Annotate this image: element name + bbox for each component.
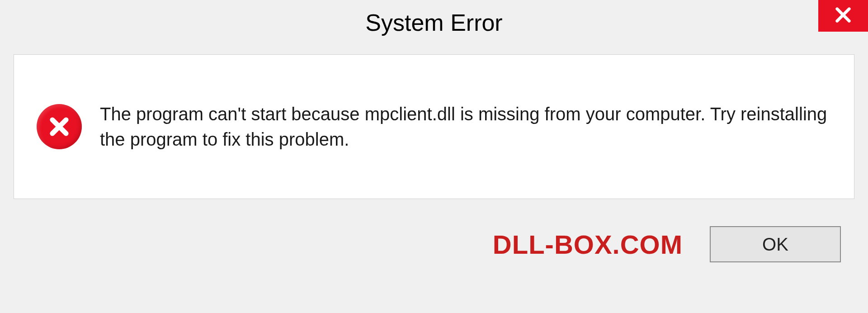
close-button[interactable] [818,0,868,32]
error-dialog: System Error The program can't start bec… [0,0,868,313]
watermark-text: DLL-BOX.COM [493,229,683,260]
ok-button[interactable]: OK [710,226,841,262]
close-icon [834,6,852,26]
error-icon [37,104,82,149]
titlebar: System Error [0,0,868,54]
error-message: The program can't start because mpclient… [100,101,831,152]
content-panel: The program can't start because mpclient… [14,54,854,199]
dialog-footer: DLL-BOX.COM OK [14,199,854,289]
dialog-title: System Error [365,9,502,36]
